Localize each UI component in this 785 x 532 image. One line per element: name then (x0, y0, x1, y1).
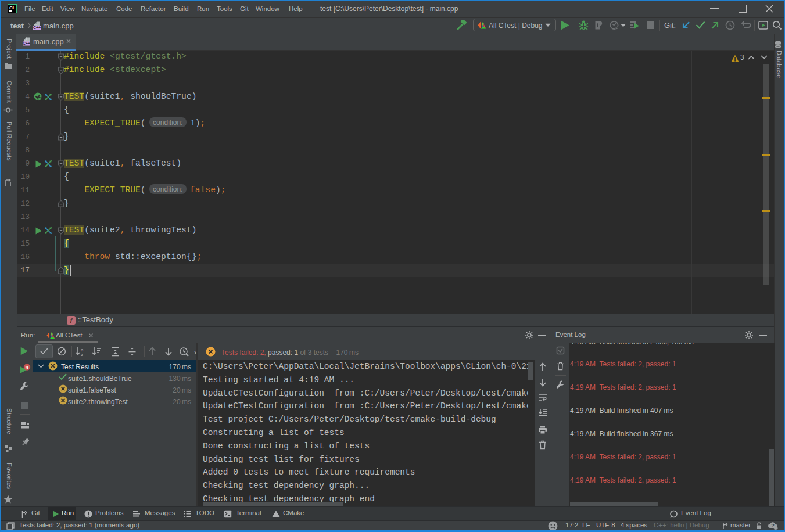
svg-text:C++: C++ (33, 26, 41, 30)
svg-text:z: z (81, 352, 83, 357)
svg-text:?: ? (771, 523, 775, 529)
svg-text:C++: C++ (23, 41, 30, 45)
svg-text:9: 9 (26, 364, 28, 371)
